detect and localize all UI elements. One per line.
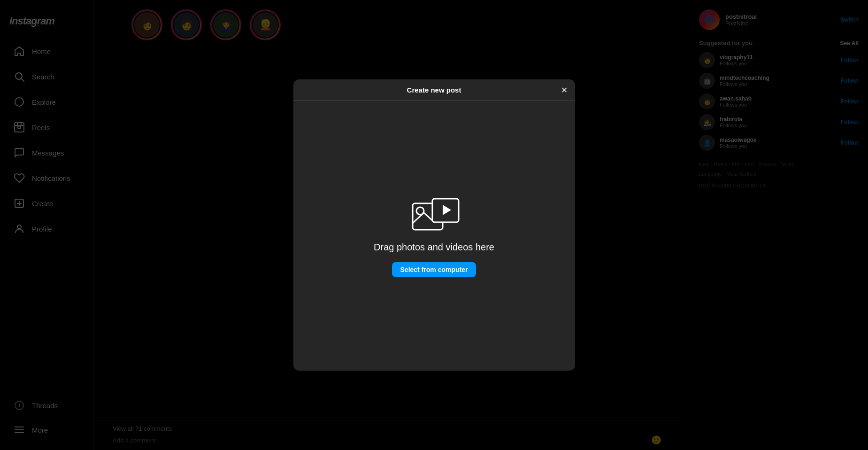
modal-title: Create new post <box>407 86 461 94</box>
select-from-computer-button[interactable]: Select from computer <box>392 262 476 277</box>
modal-close-button[interactable]: × <box>561 85 568 95</box>
create-post-modal: Create new post × Drag photos and videos… <box>293 79 575 371</box>
modal-overlay[interactable]: Create new post × Drag photos and videos… <box>0 0 868 450</box>
drag-text: Drag photos and videos here <box>374 242 494 253</box>
media-upload-svg <box>411 195 462 237</box>
modal-body: Drag photos and videos here Select from … <box>293 101 575 371</box>
upload-icon <box>411 195 458 233</box>
modal-header: Create new post × <box>293 79 575 101</box>
